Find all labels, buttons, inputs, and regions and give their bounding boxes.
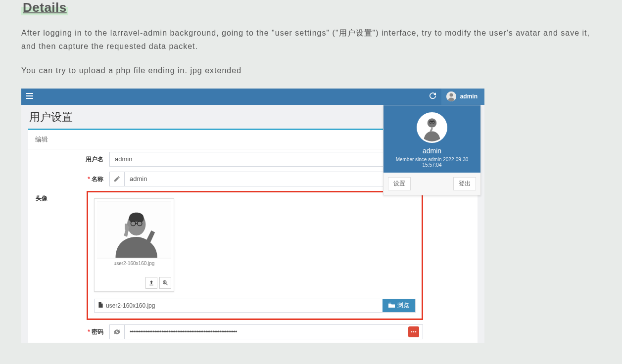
avatar-thumbnail-card: user2-160x160.jpg (94, 198, 174, 292)
zoom-icon[interactable] (159, 277, 171, 289)
file-input-bar: user2-160x160.jpg 浏览 (94, 299, 416, 313)
input-name[interactable] (124, 172, 423, 186)
svg-point-6 (428, 118, 437, 128)
user-dropdown: admin Member since admin 2022-09-30 15:5… (383, 105, 481, 195)
svg-point-22 (413, 331, 415, 332)
avatar-thumbnail (97, 201, 171, 259)
folder-icon (388, 302, 395, 309)
label-password: *密码 (28, 324, 109, 336)
topbar-user-chip[interactable]: admin (441, 89, 484, 105)
svg-line-17 (166, 283, 167, 285)
avatar-tiny (446, 91, 456, 101)
svg-point-4 (449, 93, 453, 97)
details-para-2: You can try to upload a php file ending … (21, 64, 601, 77)
eye-off-icon[interactable] (109, 324, 124, 339)
topbar-username: admin (460, 93, 478, 100)
admin-screenshot: admin admin Member since admin 2022-09-3… (21, 89, 484, 343)
file-icon (98, 302, 103, 309)
file-selected-name: user2-160x160.jpg (106, 302, 155, 309)
topbar: admin (21, 89, 484, 105)
refresh-icon[interactable] (425, 92, 441, 100)
settings-button[interactable]: 设置 (388, 177, 411, 190)
dropdown-username: admin (388, 147, 476, 155)
avatar-large (417, 112, 447, 143)
input-username[interactable] (109, 152, 423, 167)
pencil-icon (109, 172, 124, 186)
logout-button[interactable]: 登出 (453, 177, 476, 190)
svg-rect-15 (125, 223, 127, 229)
input-password[interactable] (124, 324, 423, 339)
details-para-1: After logging in to the larravel-admin b… (21, 26, 601, 53)
avatar-filename: user2-160x160.jpg (97, 259, 171, 267)
label-username: 用户名 (28, 152, 109, 164)
svg-point-23 (415, 331, 417, 332)
details-heading: Details (21, 0, 68, 15)
dropdown-membersince: Member since admin 2022-09-30 15:57:04 (388, 157, 476, 168)
avatar-section: 头像 (87, 191, 423, 320)
password-strength-badge (408, 326, 419, 337)
svg-point-21 (411, 331, 413, 332)
label-avatar: 头像 (36, 194, 48, 203)
label-name: *名称 (28, 172, 109, 183)
hamburger-icon[interactable] (21, 92, 38, 100)
browse-button[interactable]: 浏览 (383, 299, 415, 312)
upload-icon[interactable] (145, 277, 157, 289)
